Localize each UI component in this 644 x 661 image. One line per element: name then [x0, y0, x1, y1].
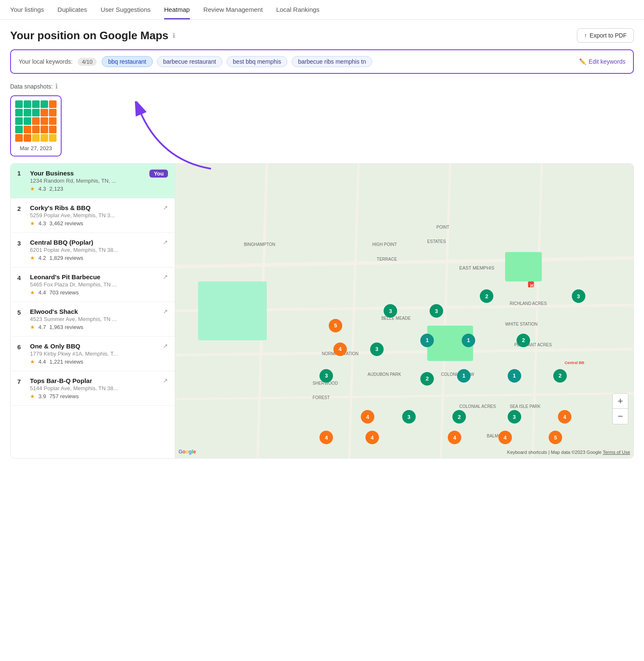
map-pin[interactable]: 2: [420, 372, 434, 386]
snapshot-cell: [24, 109, 31, 116]
map-pin[interactable]: 3: [430, 304, 443, 318]
map-pin[interactable]: 2: [452, 410, 466, 424]
nav-item-review-management[interactable]: Review Management: [203, 6, 263, 19]
map-pin[interactable]: 2: [480, 289, 493, 303]
listing-name: One & Only BBQ: [30, 343, 158, 350]
external-link-icon[interactable]: ↗: [163, 343, 168, 349]
star-icon: ★: [30, 359, 35, 365]
map-pin[interactable]: 2: [517, 334, 530, 347]
listing-address: 4523 Summer Ave, Memphis, TN ...: [30, 316, 158, 322]
map-pin[interactable]: 3: [319, 369, 333, 383]
star-icon: ★: [30, 393, 35, 399]
nav-item-user-suggestions[interactable]: User Suggestions: [100, 6, 150, 19]
keyword-tag[interactable]: best bbq memphis: [227, 56, 287, 67]
nav-item-local-rankings[interactable]: Local Rankings: [276, 6, 320, 19]
listing-item[interactable]: 2 Corky's Ribs & BBQ 5259 Poplar Ave, Me…: [11, 198, 175, 233]
listing-reviews: 3,462 reviews: [49, 220, 83, 227]
external-link-icon[interactable]: ↗: [163, 273, 168, 280]
listing-rank: 4: [17, 274, 25, 281]
snapshot-cell: [32, 117, 40, 125]
map-pin[interactable]: 1: [420, 334, 434, 347]
keyword-tag[interactable]: barbecue ribs memphis tn: [292, 56, 372, 67]
map-pin[interactable]: 3: [572, 289, 585, 303]
page-title: Your position on Google Maps: [10, 29, 168, 42]
external-link-icon[interactable]: ↗: [163, 239, 168, 246]
listing-rating: 4.4: [38, 359, 46, 365]
listing-item[interactable]: 6 One & Only BBQ 1779 Kirby Pkwy #1A, Me…: [11, 337, 175, 371]
map-pin[interactable]: 5: [329, 319, 342, 332]
snapshot-cell: [32, 100, 40, 108]
snapshot-cell: [49, 117, 57, 125]
listing-address: 5144 Poplar Ave, Memphis, TN 38...: [30, 385, 158, 391]
snapshot-card[interactable]: Mar 27, 2023: [10, 95, 62, 156]
zoom-out-button[interactable]: −: [613, 409, 628, 424]
listing-info: Elwood's Shack 4523 Summer Ave, Memphis,…: [30, 308, 158, 330]
edit-keywords-button[interactable]: ✏️ Edit keywords: [579, 58, 625, 65]
listing-rating: 3.9: [38, 393, 46, 399]
map-pin[interactable]: 4: [448, 431, 461, 444]
external-link-icon[interactable]: ↗: [163, 308, 168, 315]
listing-meta: ★ 3.9 757 reviews: [30, 393, 158, 399]
map-container[interactable]: EAST MEMPHIS BELLE MEADE AUDUBON PARK CO…: [175, 164, 633, 458]
map-pin[interactable]: 4: [333, 343, 347, 356]
snapshots-info-icon[interactable]: ℹ: [55, 82, 58, 90]
keyword-tag[interactable]: barbecue restaurant: [157, 56, 222, 67]
map-pin[interactable]: 4: [319, 431, 333, 444]
map-pin[interactable]: 4: [498, 431, 512, 444]
map-pin[interactable]: 1: [508, 369, 521, 383]
star-icon: ★: [30, 289, 35, 296]
listing-rank: 1: [17, 170, 25, 177]
top-nav: Your listingsDuplicatesUser SuggestionsH…: [0, 0, 644, 20]
map-pin[interactable]: 3: [402, 410, 416, 424]
business-meta: ★ 4.3 2,123: [30, 186, 144, 192]
listing-item[interactable]: 7 Tops Bar-B-Q Poplar 5144 Poplar Ave, M…: [11, 371, 175, 406]
listing-meta: ★ 4.3 3,462 reviews: [30, 220, 158, 227]
snapshot-cell: [15, 126, 23, 133]
zoom-in-button[interactable]: +: [613, 394, 628, 409]
listing-item[interactable]: 5 Elwood's Shack 4523 Summer Ave, Memphi…: [11, 302, 175, 337]
snapshot-cell: [24, 100, 31, 108]
snapshot-cell: [32, 109, 40, 116]
map-pin[interactable]: 4: [361, 410, 374, 424]
listing-address: 5259 Poplar Ave, Memphis, TN 3...: [30, 212, 158, 219]
info-icon[interactable]: ℹ: [173, 32, 175, 40]
snapshot-cell: [41, 126, 48, 133]
export-icon: ↑: [584, 32, 587, 39]
external-link-icon[interactable]: ↗: [163, 204, 168, 211]
keyword-tag[interactable]: bbq restaurant: [102, 56, 152, 67]
nav-item-your-listings[interactable]: Your listings: [10, 6, 44, 19]
listing-item[interactable]: 3 Central BBQ (Poplar) 6201 Poplar Ave, …: [11, 233, 175, 267]
nav-item-duplicates[interactable]: Duplicates: [57, 6, 87, 19]
listing-info: Corky's Ribs & BBQ 5259 Poplar Ave, Memp…: [30, 204, 158, 227]
google-logo: Google: [179, 449, 196, 455]
snapshots-label: Data snapshots: ℹ: [10, 82, 634, 90]
map-pin[interactable]: 3: [370, 343, 384, 356]
snapshots-container: Mar 27, 2023: [10, 95, 634, 156]
map-pin[interactable]: 1: [462, 334, 475, 347]
snapshot-date: Mar 27, 2023: [20, 145, 52, 151]
snapshot-cell: [24, 126, 31, 133]
map-pin[interactable]: 1: [457, 369, 471, 383]
listing-name: Tops Bar-B-Q Poplar: [30, 377, 158, 384]
listing-meta: ★ 4.4 703 reviews: [30, 289, 158, 296]
listing-item[interactable]: 4 Leonard's Pit Barbecue 5465 Fox Plaza …: [11, 267, 175, 302]
map-pin[interactable]: 2: [553, 369, 567, 383]
nav-item-heatmap[interactable]: Heatmap: [164, 6, 190, 19]
keywords-section: Your local keywords: 4/10 bbq restaurant…: [10, 49, 634, 74]
map-pin[interactable]: 4: [558, 410, 571, 424]
star-icon: ★: [30, 255, 35, 261]
listing-meta: ★ 4.4 1,221 reviews: [30, 359, 158, 365]
map-pin[interactable]: 5: [549, 431, 562, 444]
listing-reviews: 1,221 reviews: [49, 359, 83, 365]
keywords-list: bbq restaurantbarbecue restaurantbest bb…: [102, 56, 372, 67]
listing-info: Leonard's Pit Barbecue 5465 Fox Plaza Dr…: [30, 273, 158, 296]
export-pdf-button[interactable]: ↑ Export to PDF: [577, 28, 634, 43]
listing-name: Corky's Ribs & BBQ: [30, 204, 158, 211]
map-pin[interactable]: 3: [384, 304, 397, 318]
map-pin[interactable]: 3: [508, 410, 521, 424]
map-pin[interactable]: 4: [365, 431, 379, 444]
external-link-icon[interactable]: ↗: [163, 377, 168, 384]
snapshots-section: Data snapshots: ℹ Mar 27, 2023: [0, 82, 644, 163]
snapshot-cell: [41, 100, 48, 108]
snapshot-cell: [24, 134, 31, 142]
